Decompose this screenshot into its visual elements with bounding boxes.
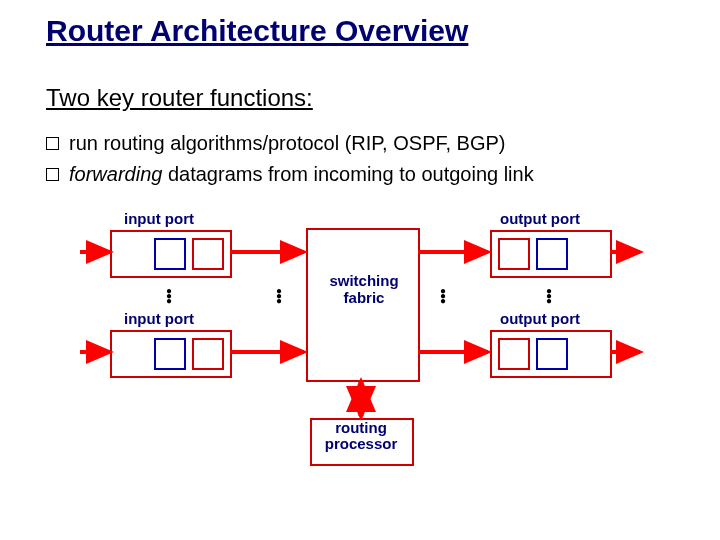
bullet-marker-icon — [46, 137, 59, 150]
slide-title: Router Architecture Overview — [46, 14, 468, 48]
slide-subtitle: Two key router functions: — [46, 84, 313, 112]
bullet-item: run routing algorithms/protocol (RIP, OS… — [46, 130, 534, 157]
bullet-item: forwarding datagrams from incoming to ou… — [46, 161, 534, 188]
bullet-marker-icon — [46, 168, 59, 181]
bullet-italic: forwarding — [69, 163, 162, 185]
router-architecture-diagram: input port input port output port output… — [80, 210, 640, 490]
bullet-text: run routing algorithms/protocol (RIP, OS… — [69, 130, 505, 157]
diagram-connectors — [80, 210, 640, 490]
bullet-list: run routing algorithms/protocol (RIP, OS… — [46, 130, 534, 192]
bullet-text: forwarding datagrams from incoming to ou… — [69, 161, 534, 188]
bullet-rest: datagrams from incoming to outgoing link — [162, 163, 533, 185]
